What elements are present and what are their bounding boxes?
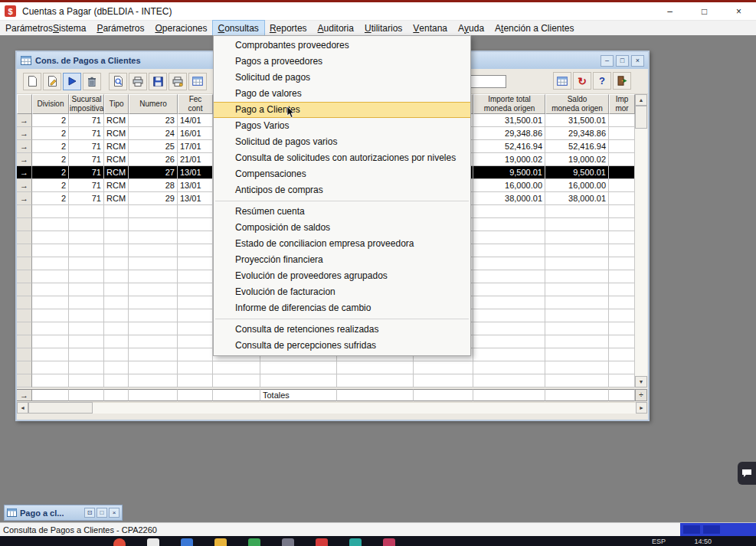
preview-button[interactable] (109, 73, 127, 90)
column-header-saldo[interactable]: Saldo moneda origen (545, 94, 609, 114)
menu-auditoria[interactable]: Auditoria (313, 21, 359, 35)
close-button[interactable]: × (109, 508, 119, 518)
menuitem-resumen-cuenta[interactable]: Resúmen cuenta (214, 204, 470, 220)
menu-ayuda[interactable]: Ayuda (453, 21, 489, 35)
child-maximize-button[interactable]: □ (616, 55, 629, 67)
grid-row[interactable] (17, 374, 635, 387)
menuitem-pago-de-valores[interactable]: Pago de valores (214, 86, 470, 102)
menu-operaciones[interactable]: Operaciones (149, 21, 212, 35)
horizontal-scrollbar-track[interactable] (93, 402, 636, 414)
grid-cell-division (32, 283, 69, 296)
column-header-sucursal[interactable]: Sucursal impositiva (69, 94, 104, 114)
language-indicator[interactable]: ESP (652, 538, 666, 545)
column-header-indicator[interactable] (17, 94, 32, 114)
menuitem-evolucion-de-facturacion[interactable]: Evolución de facturacion (214, 284, 470, 300)
maximize-button[interactable]: □ (97, 508, 107, 518)
vertical-scrollbar-track[interactable] (635, 129, 647, 376)
grid-view-button[interactable] (553, 72, 571, 90)
taskbar[interactable]: ESP 14:50 (0, 536, 756, 546)
menuitem-consulta-de-solicitudes-con-autorizaciones-por-niveles[interactable]: Consulta de solicitudes con autorizacion… (214, 150, 470, 166)
refresh-button[interactable]: ↻ (573, 72, 591, 90)
column-header-numero[interactable]: Numero (129, 94, 178, 114)
taskbar-app-white-icon[interactable] (147, 538, 159, 546)
child-close-button[interactable]: × (631, 55, 644, 67)
column-header-importe-total[interactable]: Importe total moneda origen (473, 94, 545, 114)
menuitem-proyeccion-financiera[interactable]: Proyección financiera (214, 252, 470, 268)
scroll-down-button[interactable]: ▼ (635, 376, 647, 387)
horizontal-scrollbar-thumb[interactable] (28, 402, 93, 414)
minimized-window[interactable]: Pago a cl... ⊡ □ × (4, 505, 123, 521)
menu-consultas[interactable]: Consultas (213, 21, 264, 35)
horizontal-scrollbar[interactable]: ◄ ► (17, 402, 647, 414)
menu-parametros-sistema[interactable]: Parámetros Sistema (0, 21, 91, 35)
menuitem-pagos-a-proveedores[interactable]: Pagos a proveedores (214, 54, 470, 70)
taskbar-app-crimson-icon[interactable] (383, 538, 395, 546)
scroll-right-button[interactable]: ► (636, 402, 647, 414)
footer-split-control[interactable]: ÷ (635, 389, 647, 401)
menuitem-pago-a-clientes[interactable]: Pago a Clientes (214, 102, 470, 118)
menu-reportes[interactable]: Reportes (264, 21, 313, 35)
grid-cell-importe-total: 16,000.00 (473, 179, 545, 192)
grid-cell-sucursal (69, 218, 104, 231)
new-button[interactable] (23, 73, 41, 90)
menuitem-consulta-de-retenciones-realizadas[interactable]: Consulta de retenciones realizadas (214, 322, 470, 338)
scroll-up-button[interactable]: ▲ (635, 94, 647, 106)
print-button[interactable] (129, 73, 147, 90)
taskbar-app-yellow-icon[interactable] (214, 538, 227, 546)
save-button[interactable] (149, 73, 167, 90)
menuitem-solicitud-de-pagos[interactable]: Solicitud de pagos (214, 70, 470, 86)
menu-ventana[interactable]: Ventana (407, 21, 453, 35)
menuitem-anticipos-de-compras[interactable]: Anticipos de compras (214, 182, 470, 198)
column-header-tipo[interactable]: Tipo (104, 94, 129, 114)
export-grid-button[interactable] (188, 73, 207, 90)
menuitem-solicitud-de-pagos-varios[interactable]: Solicitud de pagos varios (214, 134, 470, 150)
menuitem-composicion-de-saldos[interactable]: Composición de saldos (214, 220, 470, 236)
menu-atencion-a-clientes[interactable]: Atención a Clientes (489, 21, 579, 35)
titlebar[interactable]: $ Cuentas a Pagar (dbELDIA - INTEC) – □ … (0, 2, 756, 21)
taskbar-app-blue-icon[interactable] (181, 538, 193, 546)
chat-widget[interactable] (738, 462, 756, 485)
grid-cell-saldo: 52,416.94 (545, 140, 609, 153)
menuitem-informe-de-diferencias-de-cambio[interactable]: Informe de diferencias de cambio (214, 300, 470, 316)
grid-cell-tipo: RCM (104, 166, 129, 179)
column-header-fecha-cont[interactable]: Fec cont (178, 94, 213, 114)
statusbar: Consulta de Pagos a Clientes - CPA2260 (0, 522, 756, 536)
clock[interactable]: 14:50 (694, 538, 712, 545)
vertical-scrollbar[interactable]: ▲ ▼ (635, 94, 647, 387)
delete-button[interactable] (83, 73, 101, 90)
taskbar-app-green-icon[interactable] (248, 538, 260, 546)
taskbar-app-red2-icon[interactable] (316, 538, 328, 546)
menuitem-compensaciones[interactable]: Compensaciones (214, 166, 470, 182)
grid-cell-sucursal (69, 309, 104, 322)
row-indicator-cell (17, 335, 32, 348)
column-header-imp[interactable]: Imp mor (609, 94, 635, 114)
edit-button[interactable] (43, 73, 61, 90)
grid-cell-imp (609, 348, 635, 361)
run-query-button[interactable] (63, 73, 81, 90)
taskbar-app-gray-icon[interactable] (282, 538, 294, 546)
exit-button[interactable] (613, 72, 631, 90)
grid-cell-fecha-cont: 21/01 (178, 153, 213, 166)
statusbar-panel (680, 523, 756, 536)
menuitem-estado-de-conciliacion-empresa-proveedora[interactable]: Estado de conciliacion empresa proveedor… (214, 236, 470, 252)
taskbar-app-red-icon[interactable] (113, 538, 126, 546)
menuitem-pagos-varios[interactable]: Pagos Varios (214, 118, 470, 134)
menuitem-comprobantes-proveedores[interactable]: Comprobantes proveedores (214, 38, 470, 54)
menu-parametros[interactable]: Parámetros (91, 21, 149, 35)
scroll-left-button[interactable]: ◄ (17, 402, 28, 414)
maximize-button[interactable]: □ (687, 2, 722, 20)
menuitem-evolucion-de-proveedores-agrupados[interactable]: Evolución de proveedores agrupados (214, 268, 470, 284)
menuitem-consulta-de-percepciones-sufridas[interactable]: Consulta de percepciones sufridas (214, 338, 470, 354)
taskbar-app-teal-icon[interactable] (349, 538, 362, 546)
grid-row[interactable] (17, 361, 635, 374)
restore-button[interactable]: ⊡ (84, 508, 95, 518)
child-minimize-button[interactable]: – (601, 55, 614, 67)
menu-utilitarios[interactable]: Utilitarios (359, 21, 407, 35)
vertical-scrollbar-thumb[interactable] (635, 106, 647, 129)
print-setup-button[interactable] (169, 73, 187, 90)
close-button[interactable]: × (722, 2, 756, 20)
minimize-button[interactable]: – (653, 2, 687, 20)
help-button[interactable]: ? (593, 72, 611, 90)
grid-cell-numero (129, 335, 178, 348)
column-header-division[interactable]: Division (32, 94, 69, 114)
